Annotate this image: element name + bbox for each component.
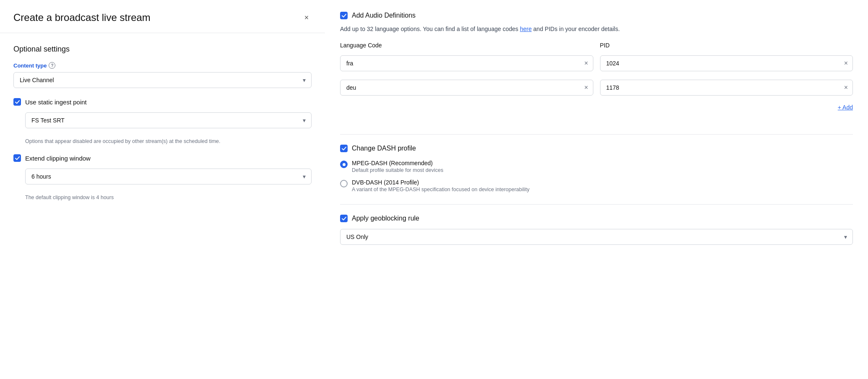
geoblocking-header-row: Apply geoblocking rule [340, 215, 853, 222]
audio-definitions-section: Add Audio Definitions Add up to 32 langu… [340, 12, 853, 122]
audio-definitions-checkbox[interactable] [340, 12, 348, 19]
here-link[interactable]: here [520, 26, 532, 32]
audio-definitions-header-row: Add Audio Definitions [340, 12, 853, 19]
dvb-dash-label: DVB-DASH (2014 Profile) [352, 179, 530, 186]
dash-profile-header-row: Change DASH profile [340, 145, 853, 152]
geoblocking-select[interactable]: US Only Global EU Only [340, 229, 853, 245]
modal-title: Create a broadcast live stream [13, 12, 151, 23]
language-code-1-input[interactable] [340, 55, 593, 71]
audio-checkmark-icon [342, 13, 346, 18]
pid-1-clear[interactable]: × [844, 60, 848, 67]
dash-profile-section: Change DASH profile MPEG-DASH (Recommend… [340, 145, 853, 192]
mpeg-dash-desc: Default profile suitable for most device… [352, 167, 443, 173]
geoblocking-section: Apply geoblocking rule US Only Global EU… [340, 215, 853, 245]
dvb-dash-option: DVB-DASH (2014 Profile) A variant of the… [340, 179, 853, 192]
mpeg-dash-radio-inner [343, 163, 346, 166]
modal-header: Create a broadcast live stream × [0, 0, 325, 33]
static-ingest-checkbox-row: Use static ingest point [13, 98, 312, 106]
dvb-dash-radio[interactable] [340, 180, 348, 187]
left-content: Optional settings Content type ? Live Ch… [0, 33, 325, 379]
static-ingest-section: Use static ingest point FS Test SRT Opti… [13, 98, 312, 144]
dvb-dash-desc: A variant of the MPEG-DASH specification… [352, 187, 530, 192]
audio-definitions-heading: Add Audio Definitions [352, 12, 416, 19]
dash-profile-heading: Change DASH profile [352, 145, 416, 152]
language-code-1-clear[interactable]: × [584, 60, 588, 67]
static-ingest-inset: FS Test SRT Option 2 ▾ Options that appe… [25, 112, 312, 144]
pid-1-wrapper: × [600, 55, 853, 71]
static-ingest-helper-text: Options that appear disabled are occupie… [25, 138, 312, 144]
audio-row-1: × × [340, 55, 853, 76]
mpeg-dash-text: MPEG-DASH (Recommended) Default profile … [352, 160, 443, 173]
dash-checkmark-icon [342, 146, 346, 151]
pid-1-input[interactable] [600, 55, 853, 71]
clipping-select-wrapper: 6 hours 4 hours 8 hours 12 hours ▾ [25, 169, 312, 184]
static-ingest-label: Use static ingest point [25, 99, 87, 106]
clipping-checkbox[interactable] [13, 154, 21, 162]
content-type-select[interactable]: Live Channel Event 24/7 Channel [13, 72, 312, 88]
geoblocking-select-wrapper: US Only Global EU Only ▾ [340, 229, 853, 245]
checkmark-icon [15, 100, 20, 104]
close-button[interactable]: × [301, 13, 312, 23]
clipping-label: Extend clipping window [25, 155, 91, 162]
optional-settings-title: Optional settings [13, 45, 312, 54]
pid-header: PID [600, 42, 853, 49]
content-type-help-icon[interactable]: ? [49, 62, 55, 69]
clipping-helper-text: The default clipping window is 4 hours [25, 195, 312, 200]
right-panel: Add Audio Definitions Add up to 32 langu… [325, 0, 868, 379]
mpeg-dash-label: MPEG-DASH (Recommended) [352, 160, 443, 166]
clipping-inset: 6 hours 4 hours 8 hours 12 hours ▾ The d… [25, 169, 312, 200]
language-code-1-wrapper: × [340, 55, 593, 71]
clipping-select[interactable]: 6 hours 4 hours 8 hours 12 hours [25, 169, 312, 184]
section-divider-2 [340, 204, 853, 205]
static-ingest-checkbox[interactable] [13, 98, 21, 106]
dash-profile-checkbox[interactable] [340, 145, 348, 152]
geoblocking-checkmark-icon [342, 216, 346, 221]
content-type-field: Content type ? Live Channel Event 24/7 C… [13, 62, 312, 88]
dvb-dash-text: DVB-DASH (2014 Profile) A variant of the… [352, 179, 530, 192]
audio-definitions-desc: Add up to 32 language options. You can f… [340, 24, 853, 34]
pid-2-wrapper: × [600, 80, 853, 96]
pid-2-clear[interactable]: × [844, 84, 848, 91]
clipping-checkbox-row: Extend clipping window [13, 154, 312, 162]
content-type-select-wrapper: Live Channel Event 24/7 Channel ▾ [13, 72, 312, 88]
language-code-2-wrapper: × [340, 80, 593, 96]
mpeg-dash-option: MPEG-DASH (Recommended) Default profile … [340, 160, 853, 173]
content-type-label: Content type ? [13, 62, 312, 69]
left-panel: Create a broadcast live stream × Optiona… [0, 0, 325, 379]
section-divider-1 [340, 134, 853, 135]
static-ingest-select-wrapper: FS Test SRT Option 2 ▾ [25, 112, 312, 128]
language-code-2-input[interactable] [340, 80, 593, 96]
language-code-2-clear[interactable]: × [584, 84, 588, 91]
static-ingest-select[interactable]: FS Test SRT Option 2 [25, 112, 312, 128]
pid-2-input[interactable] [600, 80, 853, 96]
audio-col-headers: Language Code PID [340, 42, 853, 52]
add-audio-button[interactable]: + Add [838, 104, 853, 111]
geoblocking-heading: Apply geoblocking rule [352, 215, 419, 222]
language-code-header: Language Code [340, 42, 593, 49]
clipping-checkmark-icon [15, 156, 20, 161]
geoblocking-checkbox[interactable] [340, 215, 348, 222]
audio-row-2: × × [340, 80, 853, 101]
mpeg-dash-radio[interactable] [340, 161, 348, 168]
clipping-window-section: Extend clipping window 6 hours 4 hours 8… [13, 154, 312, 200]
